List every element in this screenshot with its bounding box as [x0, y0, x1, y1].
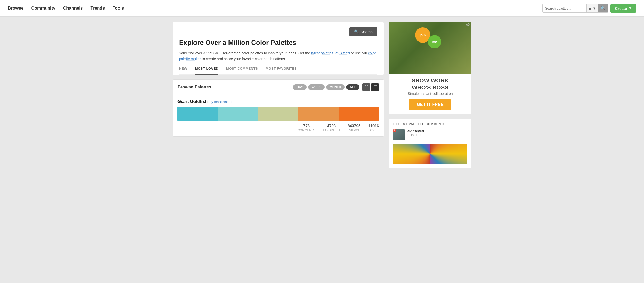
browse-card: Browse Palettes DAY WEEK MONTH ALL ☷ ☰ G…	[173, 79, 384, 137]
stat-loves: 11016 LOVES	[368, 123, 379, 132]
ad-card: join me AD SHOW WORK WHO'S BOSS Simple, …	[389, 22, 471, 114]
join-green-bubble: me	[428, 35, 441, 48]
stat-comments: 776 COMMENTS	[298, 123, 315, 132]
search-box: ☷ ▼ 🔍	[542, 4, 608, 13]
stat-loves-value: 11016	[368, 123, 379, 128]
nav-tools[interactable]: Tools	[113, 6, 124, 11]
palette-author[interactable]: manekineko	[214, 100, 232, 104]
hero-search-button[interactable]: 🔍 Search	[349, 27, 377, 36]
hero-desc-suffix: to create and share your favorite color …	[201, 57, 286, 61]
palette-stats: 776 COMMENTS 4793 FAVORITES 843795 VIEWS…	[177, 123, 379, 132]
browse-title: Browse Palettes	[177, 85, 211, 90]
stat-comments-label: COMMENTS	[298, 129, 315, 132]
filter-month[interactable]: MONTH	[326, 84, 345, 90]
stat-views-value: 843795	[348, 123, 360, 128]
stat-favorites: 4793 FAVORITES	[323, 123, 340, 132]
create-button[interactable]: Create ▼	[610, 4, 636, 13]
create-arrow-icon: ▼	[629, 6, 632, 10]
hero-card: 🔍 Search Explore Over a Million Color Pa…	[173, 22, 384, 75]
color-swatch-4	[298, 107, 338, 121]
stat-favorites-value: 4793	[323, 123, 340, 128]
palette-by: by manekineko	[210, 100, 232, 104]
ad-label-text: AD	[466, 23, 470, 26]
comment-entry: ❤ eighteyed POSTED	[393, 129, 467, 140]
hero-title: Explore Over a Million Color Palettes	[179, 39, 377, 47]
hero-desc: You'll find over 4,329,846 user-created …	[179, 50, 377, 62]
stat-favorites-label: FAVORITES	[323, 129, 340, 132]
recent-comments-card: RECENT PALETTE COMMENTS ❤ eighteyed POST…	[389, 119, 471, 168]
palette-colors	[177, 107, 379, 121]
filter-all[interactable]: ALL	[346, 84, 359, 90]
comment-thumbnail	[393, 144, 467, 164]
main-nav: Browse Community Channels Trends Tools	[8, 6, 124, 11]
ad-cta-button[interactable]: GET IT FREE	[409, 99, 451, 110]
color-swatch-2	[218, 107, 258, 121]
hero-top: 🔍 Search	[179, 27, 377, 36]
rss-link[interactable]: latest palettes RSS feed	[311, 51, 350, 55]
search-go-button[interactable]: 🔍	[598, 4, 608, 12]
stat-views: 843795 VIEWS	[348, 123, 360, 132]
hero-desc-mid: or use our	[350, 51, 368, 55]
create-label: Create	[615, 6, 627, 11]
nav-community[interactable]: Community	[31, 6, 55, 11]
filter-day[interactable]: DAY	[293, 84, 306, 90]
comment-username[interactable]: eighteyed	[407, 129, 467, 133]
ad-subtext: Simple, instant collaboration	[393, 91, 467, 96]
tab-most-favorites[interactable]: MOST FAVORITES	[266, 66, 297, 72]
view-buttons: ☷ ☰	[362, 83, 379, 91]
ad-background: join me	[389, 22, 471, 74]
view-list-button[interactable]: ☰	[371, 83, 379, 91]
nav-channels[interactable]: Channels	[63, 6, 83, 11]
nav-browse[interactable]: Browse	[8, 6, 23, 11]
color-swatch-1	[177, 107, 218, 121]
palette-item: Giant Goldfish by manekineko 776	[173, 95, 384, 136]
search-grid-button[interactable]: ☷ ▼	[586, 4, 598, 12]
tab-most-loved[interactable]: MOST LOVED	[195, 66, 218, 75]
palette-name[interactable]: Giant Goldfish	[177, 99, 208, 104]
color-swatch-5	[339, 107, 379, 121]
ad-text-area: SHOW WORK WHO'S BOSS Simple, instant col…	[389, 74, 471, 114]
hero-desc-prefix: You'll find over 4,329,846 user-created …	[179, 51, 311, 55]
browse-header: Browse Palettes DAY WEEK MONTH ALL ☷ ☰	[173, 80, 384, 95]
search-icon: 🔍	[354, 29, 359, 34]
header-right: ☷ ▼ 🔍 Create ▼	[542, 4, 636, 13]
nav-trends[interactable]: Trends	[90, 6, 105, 11]
color-swatch-3	[258, 107, 298, 121]
sidebar: join me AD SHOW WORK WHO'S BOSS Simple, …	[389, 22, 471, 168]
header: Browse Community Channels Trends Tools ☷…	[0, 0, 644, 17]
comment-info: eighteyed POSTED	[407, 129, 467, 140]
content-area: 🔍 Search Explore Over a Million Color Pa…	[173, 22, 384, 168]
browse-filters: DAY WEEK MONTH ALL ☷ ☰	[293, 83, 379, 91]
hero-search-label: Search	[360, 30, 373, 34]
comment-avatar: ❤	[393, 129, 405, 140]
stat-loves-label: LOVES	[369, 129, 379, 132]
search-input[interactable]	[543, 4, 586, 12]
view-grid-button[interactable]: ☷	[362, 83, 370, 91]
ad-image: join me AD	[389, 22, 471, 74]
tab-most-comments[interactable]: MOST COMMENTS	[226, 66, 258, 72]
ad-headline-2: WHO'S BOSS	[393, 84, 467, 91]
ad-headline-1: SHOW WORK	[393, 77, 467, 84]
comment-action: POSTED	[407, 133, 467, 137]
filter-week[interactable]: WEEK	[308, 84, 325, 90]
hero-tabs: NEW MOST LOVED MOST COMMENTS MOST FAVORI…	[179, 66, 377, 75]
stat-views-label: VIEWS	[349, 129, 359, 132]
palette-meta: Giant Goldfish by manekineko	[177, 99, 379, 104]
main-content: 🔍 Search Explore Over a Million Color Pa…	[167, 17, 477, 173]
stat-comments-value: 776	[298, 123, 315, 128]
thumb-pattern	[393, 144, 467, 164]
recent-comments-title: RECENT PALETTE COMMENTS	[393, 122, 467, 126]
tab-new[interactable]: NEW	[179, 66, 187, 72]
